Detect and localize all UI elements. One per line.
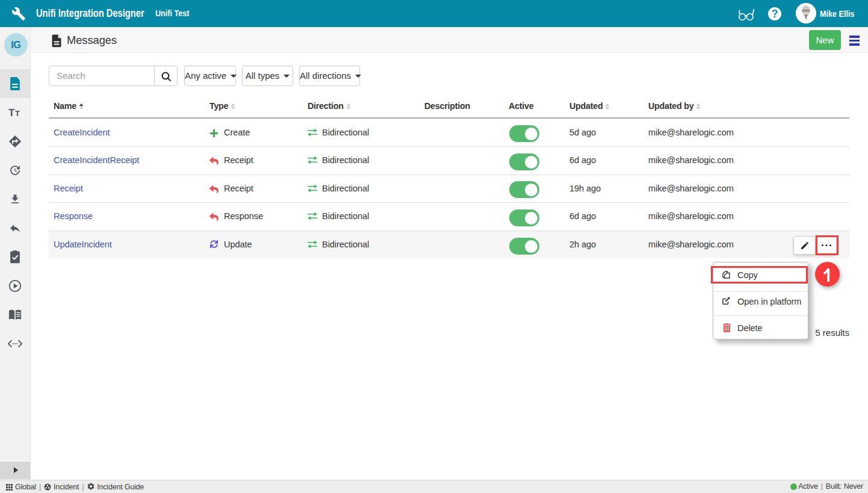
svg-text:T: T (8, 107, 15, 118)
svg-text:T: T (15, 109, 20, 118)
